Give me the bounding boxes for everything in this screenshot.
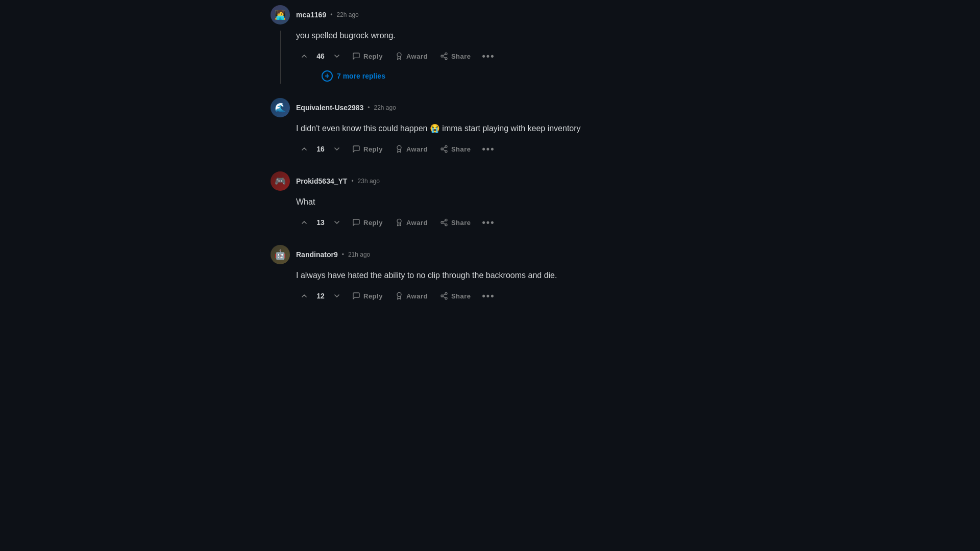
more-replies-icon: + bbox=[322, 70, 333, 82]
avatar: 🎮 bbox=[271, 171, 290, 191]
svg-line-4 bbox=[443, 57, 446, 58]
comment-actions: 13 Reply Award Share••• bbox=[296, 214, 709, 231]
comment-header: 🤖Randinator9•21h ago bbox=[271, 245, 709, 264]
vote-count: 13 bbox=[314, 218, 327, 227]
timestamp: 21h ago bbox=[348, 251, 370, 258]
username[interactable]: Equivalent-Use2983 bbox=[296, 104, 363, 112]
reply-button[interactable]: Reply bbox=[347, 49, 388, 63]
svg-line-10 bbox=[443, 149, 446, 151]
comment-header: 🌊Equivalent-Use2983•22h ago bbox=[271, 98, 709, 117]
reply-button[interactable]: Reply bbox=[347, 142, 388, 156]
comment-meta: Randinator9•21h ago bbox=[296, 251, 370, 259]
avatar: 🧑‍💻 bbox=[271, 5, 290, 24]
svg-line-16 bbox=[443, 223, 446, 224]
vote-count: 16 bbox=[314, 145, 327, 153]
downvote-button[interactable] bbox=[329, 48, 345, 64]
comment-meta: mca1169•22h ago bbox=[296, 11, 359, 19]
timestamp: 23h ago bbox=[358, 178, 380, 185]
downvote-button[interactable] bbox=[329, 288, 345, 304]
vote-count: 46 bbox=[314, 52, 327, 60]
svg-line-22 bbox=[443, 296, 446, 298]
more-options-button[interactable]: ••• bbox=[478, 142, 499, 157]
comment-body: I didn't even know this could happen 😭 i… bbox=[271, 122, 709, 157]
comments-container: 🧑‍💻mca1169•22h agoyou spelled bugrock wr… bbox=[260, 0, 720, 323]
comment-actions: 16 Reply Award Share••• bbox=[296, 141, 709, 157]
comment-text: I always have hated the ability to no cl… bbox=[296, 269, 709, 282]
separator-dot: • bbox=[351, 178, 353, 185]
award-button[interactable]: Award bbox=[390, 215, 433, 230]
comment-text: What bbox=[296, 196, 709, 208]
downvote-button[interactable] bbox=[329, 141, 345, 157]
comment-meta: Equivalent-Use2983•22h ago bbox=[296, 104, 396, 112]
avatar: 🌊 bbox=[271, 98, 290, 117]
comment-body: What13 Reply Award Share••• bbox=[271, 196, 709, 231]
vote-count: 12 bbox=[314, 292, 327, 300]
reply-button[interactable]: Reply bbox=[347, 289, 388, 303]
svg-line-23 bbox=[443, 294, 446, 295]
more-options-button[interactable]: ••• bbox=[478, 49, 499, 64]
username[interactable]: Prokid5634_YT bbox=[296, 177, 347, 185]
svg-line-11 bbox=[443, 147, 446, 148]
username[interactable]: mca1169 bbox=[296, 11, 326, 19]
share-button[interactable]: Share bbox=[435, 215, 476, 230]
upvote-button[interactable] bbox=[296, 141, 312, 157]
comment-item: 🎮Prokid5634_YT•23h agoWhat13 Reply Award… bbox=[271, 171, 709, 231]
comment-header: 🧑‍💻mca1169•22h ago bbox=[271, 5, 709, 24]
comment-text: you spelled bugrock wrong. bbox=[296, 30, 709, 42]
svg-line-5 bbox=[443, 54, 446, 56]
comment-item: 🌊Equivalent-Use2983•22h agoI didn't even… bbox=[271, 98, 709, 157]
reply-button[interactable]: Reply bbox=[347, 215, 388, 230]
share-button[interactable]: Share bbox=[435, 142, 476, 156]
vote-section: 12 bbox=[296, 288, 345, 304]
vote-section: 46 bbox=[296, 48, 345, 64]
comment-actions: 12 Reply Award Share••• bbox=[296, 288, 709, 304]
comment-item: 🤖Randinator9•21h agoI always have hated … bbox=[271, 245, 709, 304]
thread-line bbox=[280, 31, 281, 84]
separator-dot: • bbox=[368, 104, 370, 111]
upvote-button[interactable] bbox=[296, 214, 312, 231]
separator-dot: • bbox=[330, 11, 332, 18]
comment-item: 🧑‍💻mca1169•22h agoyou spelled bugrock wr… bbox=[271, 5, 709, 84]
award-button[interactable]: Award bbox=[390, 142, 433, 156]
separator-dot: • bbox=[342, 251, 344, 258]
comment-body: I always have hated the ability to no cl… bbox=[271, 269, 709, 304]
more-options-button[interactable]: ••• bbox=[478, 289, 499, 304]
downvote-button[interactable] bbox=[329, 214, 345, 231]
more-options-button[interactable]: ••• bbox=[478, 215, 499, 230]
share-button[interactable]: Share bbox=[435, 289, 476, 303]
svg-line-17 bbox=[443, 220, 446, 222]
comment-text: I didn't even know this could happen 😭 i… bbox=[296, 122, 709, 135]
share-button[interactable]: Share bbox=[435, 49, 476, 63]
comment-body: you spelled bugrock wrong.46 Reply Award… bbox=[271, 30, 709, 84]
comment-meta: Prokid5634_YT•23h ago bbox=[296, 177, 380, 185]
award-button[interactable]: Award bbox=[390, 49, 433, 63]
more-replies-button[interactable]: +7 more replies bbox=[322, 68, 709, 84]
vote-section: 13 bbox=[296, 214, 345, 231]
more-replies-label: 7 more replies bbox=[337, 72, 385, 80]
comment-actions: 46 Reply Award Share••• bbox=[296, 48, 709, 64]
upvote-button[interactable] bbox=[296, 288, 312, 304]
timestamp: 22h ago bbox=[336, 11, 358, 18]
award-button[interactable]: Award bbox=[390, 289, 433, 303]
comment-header: 🎮Prokid5634_YT•23h ago bbox=[271, 171, 709, 191]
vote-section: 16 bbox=[296, 141, 345, 157]
avatar: 🤖 bbox=[271, 245, 290, 264]
timestamp: 22h ago bbox=[374, 104, 396, 111]
upvote-button[interactable] bbox=[296, 48, 312, 64]
username[interactable]: Randinator9 bbox=[296, 251, 338, 259]
